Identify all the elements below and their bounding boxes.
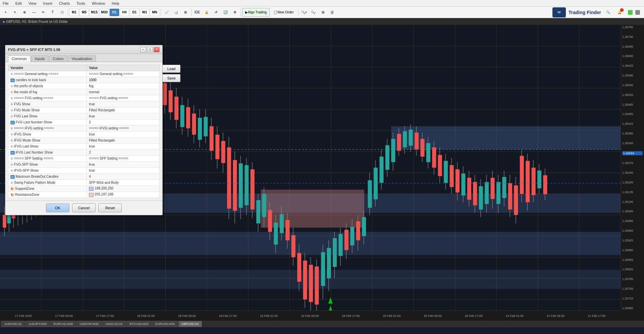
tf-m15[interactable]: M15: [90, 9, 99, 16]
tab-colors[interactable]: Colors: [49, 55, 67, 62]
toolbar-settings[interactable]: ⚙: [230, 8, 239, 17]
tab-inputs[interactable]: Inputs: [31, 55, 49, 62]
price-axis: 1.26765 1.26730 1.26695 1.26660 1.26625 …: [621, 25, 644, 311]
price-level: 1.26065: [622, 210, 643, 213]
table-row[interactable]: ⚙ iFVG Mode Show Filled Rectangale: [8, 137, 160, 144]
cancel-button[interactable]: Cancel: [72, 204, 96, 212]
svg-rect-210: [502, 177, 506, 198]
table-row[interactable]: ⚙ the prefix of objects fvg: [8, 83, 160, 89]
ok-button[interactable]: OK: [46, 204, 69, 212]
table-row[interactable]: ⚙ FVG Show true: [8, 101, 160, 107]
tf-mn[interactable]: MN: [150, 9, 159, 16]
tab-audusd-h1[interactable]: AUDUSD,H1: [1, 321, 25, 327]
tf-notifications[interactable]: 🔔 4: [615, 8, 624, 17]
tf-m5[interactable]: M5: [79, 9, 89, 16]
chart-body[interactable]: 1.26765 1.26730 1.26695 1.26660 1.26625 …: [0, 25, 644, 321]
menu-window[interactable]: Window: [91, 1, 106, 5]
table-row[interactable]: 🎨 SupportZone 188,200,250: [8, 186, 160, 192]
toolbar-shape[interactable]: ⬡: [58, 8, 66, 17]
row-icon-01: 01: [10, 151, 15, 155]
table-row[interactable]: ⚙ Swing Failure Pattern Mode SFP Wick an…: [8, 180, 160, 186]
menu-bar: File Edit View Insert Charts Tools Windo…: [0, 0, 644, 7]
table-row[interactable]: ⚙ iFVG-SFP Show true: [8, 168, 160, 174]
tf-search[interactable]: 🔍: [604, 8, 612, 17]
dialog: FVG-iFVG + SFP ICT MT5 1.06 − □ ✕ Common…: [5, 45, 163, 215]
tf-h4[interactable]: H4: [120, 9, 129, 16]
menu-view[interactable]: View: [27, 1, 38, 5]
time-label: 20 Feb 09:00: [424, 314, 442, 318]
menu-charts[interactable]: Charts: [58, 1, 71, 5]
menu-edit[interactable]: Edit: [14, 1, 23, 5]
table-row[interactable]: 01 Maximum BreakOut Candles 4: [8, 174, 160, 180]
tab-common[interactable]: Common: [8, 55, 31, 62]
toolbar-refresh[interactable]: ↺: [212, 8, 220, 17]
new-order-btn[interactable]: 📋 New Order: [270, 8, 297, 17]
input-candles-look-back[interactable]: [89, 78, 157, 82]
tab-usdchf-m30[interactable]: USDCHF,M30: [76, 321, 102, 327]
save-btn[interactable]: Save: [162, 74, 180, 82]
table-row: ⚙ ===== FVG setting ===== ===== FVG sett…: [8, 95, 160, 101]
table-row[interactable]: ⚙ FVG Mode Show Filled Rectangale: [8, 107, 160, 113]
tf-h1[interactable]: H1: [110, 9, 119, 16]
tab-eurusd-m30[interactable]: EURUSD,M30: [152, 321, 178, 327]
toolbar-period-sep[interactable]: ⊞: [181, 8, 190, 17]
tf-w1[interactable]: W1: [140, 9, 149, 16]
chart-symbol-icon: ■: [3, 20, 5, 23]
svg-rect-180: [415, 132, 419, 149]
menu-file[interactable]: File: [1, 1, 10, 5]
menu-help[interactable]: Help: [110, 1, 121, 5]
algo-trading-btn[interactable]: ▶ Algo Trading: [242, 8, 270, 17]
svg-rect-143: [309, 265, 313, 302]
svg-rect-137: [291, 235, 296, 257]
toolbar-text[interactable]: T: [48, 8, 57, 17]
tf-m1[interactable]: M1: [69, 9, 79, 16]
tf-m30[interactable]: M30: [100, 9, 109, 16]
toolbar-line[interactable]: —: [30, 8, 38, 17]
price-level: 1.26345: [622, 142, 643, 145]
tf-d1[interactable]: D1: [130, 9, 139, 16]
dialog-maximize-btn[interactable]: □: [147, 47, 153, 52]
table-row[interactable]: ⚙ FVG Last Show true: [8, 113, 160, 119]
tab-eurcad-m30[interactable]: EURCAD,M30: [50, 321, 76, 327]
toolbar-chart-type[interactable]: 📈: [162, 8, 171, 17]
toolbar-zoom-out[interactable]: 🔍-: [309, 8, 318, 17]
chart-symbol-label: GBPUSD, H1: British Pound vs US Dollar: [6, 20, 68, 23]
table-row[interactable]: ⚙ iFVG Show true: [8, 131, 160, 137]
table-row[interactable]: 01 FVG Last Number Show 2: [8, 119, 160, 125]
dialog-close-btn[interactable]: ✕: [154, 47, 160, 52]
table-row[interactable]: 01 iFVG Last Number Show 2: [8, 150, 160, 156]
toolbar-reload[interactable]: 🔄: [221, 8, 230, 17]
price-level: 1.26660: [622, 54, 643, 58]
table-row[interactable]: 🎨 ResistanceZone 255,197,188: [8, 192, 160, 198]
dialog-minimize-btn[interactable]: −: [140, 47, 146, 52]
toolbar-new[interactable]: +: [1, 8, 10, 17]
tab-visualization[interactable]: Visualization: [68, 55, 96, 62]
reset-button[interactable]: Reset: [98, 204, 122, 212]
menu-insert[interactable]: Insert: [42, 1, 54, 5]
menu-tools[interactable]: Tools: [75, 1, 87, 5]
table-row[interactable]: 01 candles to look back: [8, 77, 160, 83]
table-row[interactable]: ⚙ the mode of fvg normal: [8, 89, 160, 95]
tab-gbpusd-h1[interactable]: GBPUSD,H1: [178, 321, 202, 327]
toolbar-ohlc[interactable]: |||: [328, 8, 337, 17]
tab-usdcad-h1[interactable]: USDCAD,H1: [102, 321, 126, 327]
toolbar-cursor[interactable]: ↖: [11, 8, 19, 17]
support-zone-color-swatch[interactable]: [89, 187, 94, 191]
price-level: 1.25680: [622, 307, 643, 310]
table-row[interactable]: ⚙ iFVG Last Show true: [8, 144, 160, 150]
toolbar-indicators[interactable]: 📊: [172, 8, 180, 17]
toolbar-ide[interactable]: IDE: [193, 8, 202, 17]
toolbar-pencil[interactable]: ✏: [39, 8, 48, 17]
svg-rect-99: [180, 105, 184, 127]
toolbar-grid[interactable]: ⊞: [319, 8, 327, 17]
tab-btcusd-m15[interactable]: BTCUSD,M15: [126, 321, 152, 327]
resistance-zone-color-swatch[interactable]: [89, 193, 94, 197]
tab-audjpy-m30[interactable]: AUDJPY,M30: [25, 321, 50, 327]
table-row[interactable]: ⚙ FVG-SFP Show true: [8, 162, 160, 168]
toolbar-zoom-in[interactable]: 🔍+: [300, 8, 309, 17]
col-value: Value: [87, 65, 160, 71]
load-btn[interactable]: Load: [162, 65, 180, 73]
toolbar-crosshair[interactable]: ⊕: [20, 8, 29, 17]
toolbar-lock[interactable]: 🔒: [202, 8, 211, 17]
svg-rect-154: [338, 234, 342, 256]
